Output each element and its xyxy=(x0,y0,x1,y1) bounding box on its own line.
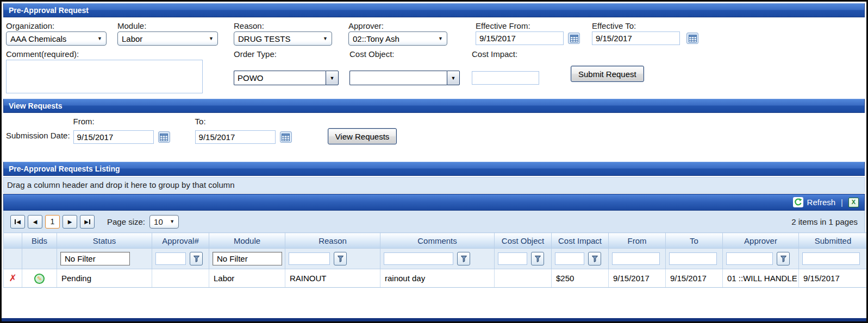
order-type-combobox[interactable]: ▼ xyxy=(234,71,339,85)
column-header-to[interactable]: To xyxy=(666,233,723,249)
column-header-status[interactable]: Status xyxy=(57,233,152,249)
table-filter-row: No Filter No Filter xyxy=(4,249,867,269)
filter-funnel-button[interactable] xyxy=(457,252,470,265)
bids-icon[interactable]: ✎ xyxy=(34,274,45,284)
approver-select[interactable]: 02::Tony Ash ▼ xyxy=(348,31,447,46)
cell-module: Labor xyxy=(209,269,285,288)
cell-status: Pending xyxy=(57,269,152,288)
module-value: Labor xyxy=(122,34,142,43)
delete-icon[interactable]: ✗ xyxy=(9,273,16,283)
cost-object-combobox[interactable]: ▼ xyxy=(349,71,460,85)
calendar-icon[interactable] xyxy=(280,131,292,143)
table-header-row: Bids Status Approval# Module Reason Comm… xyxy=(4,233,867,249)
first-page-icon: ◀ xyxy=(16,219,21,225)
cell-cost-object xyxy=(495,269,552,288)
view-requests-button[interactable]: View Requests xyxy=(328,128,397,144)
column-header-approver[interactable]: Approver xyxy=(723,233,799,249)
prev-page-icon: ◀ xyxy=(33,219,38,225)
module-select[interactable]: Labor ▼ xyxy=(117,31,218,46)
module-no-filter-select[interactable]: No Filter xyxy=(213,252,282,265)
calendar-icon[interactable] xyxy=(158,131,170,143)
submit-request-button[interactable]: Submit Request xyxy=(571,66,644,82)
app-window: Pre-Approval Request Organization: AAA C… xyxy=(0,0,868,323)
prev-page-button[interactable]: ◀ xyxy=(28,215,42,229)
first-page-button[interactable]: ◀ xyxy=(10,215,25,229)
column-header-submitted[interactable]: Submitted xyxy=(799,233,867,249)
page-size-select[interactable]: 10 ▼ xyxy=(149,215,179,229)
first-page-bar xyxy=(15,219,16,224)
filter-cell-submitted xyxy=(799,249,867,269)
cell-approver: 01 ::WILL HANDLE xyxy=(723,269,799,288)
excel-export-icon[interactable]: X xyxy=(848,198,859,207)
cost-impact-filter-input[interactable] xyxy=(555,252,584,265)
view-requests-section-header: View Requests xyxy=(3,99,865,113)
refresh-icon[interactable] xyxy=(793,197,803,207)
order-type-input[interactable] xyxy=(234,71,326,85)
filter-cell-cost-impact xyxy=(552,249,609,269)
preapproval-form-row-2: Comment(required): Order Type: ▼ Cost Ob… xyxy=(2,46,866,93)
organization-select[interactable]: AAA Chemicals ▼ xyxy=(6,31,107,46)
comment-label: Comment(required): xyxy=(6,49,203,60)
effective-to-input[interactable] xyxy=(592,31,680,45)
to-filter-input[interactable] xyxy=(669,252,717,265)
reason-value: DRUG TESTS xyxy=(238,34,290,43)
calendar-icon[interactable] xyxy=(568,33,580,44)
current-page-button[interactable]: 1 xyxy=(45,215,60,229)
column-header-from[interactable]: From xyxy=(609,233,666,249)
page-size-label: Page size: xyxy=(107,217,145,226)
reason-filter-input[interactable] xyxy=(289,252,330,265)
filter-cell-module: No Filter xyxy=(209,249,285,269)
effective-from-input[interactable] xyxy=(476,31,564,45)
submitted-filter-input[interactable] xyxy=(802,252,860,265)
from-label: From: xyxy=(73,116,170,127)
submission-from-input[interactable] xyxy=(73,130,154,144)
filter-cell-bids xyxy=(22,249,57,269)
column-header-approval[interactable]: Approval# xyxy=(152,233,209,249)
view-requests-form-row: Submission Date: From: To: View Requests xyxy=(2,113,866,144)
approver-label: Approver: xyxy=(348,21,447,31)
filter-cell-comments xyxy=(380,249,495,269)
order-type-drop-button[interactable]: ▼ xyxy=(326,71,339,85)
next-page-button[interactable]: ▶ xyxy=(63,215,77,229)
cost-object-filter-input[interactable] xyxy=(498,252,527,265)
cell-approval xyxy=(152,269,209,288)
column-header-bids[interactable]: Bids xyxy=(22,233,57,249)
cost-impact-input[interactable] xyxy=(472,71,539,85)
filter-funnel-button[interactable] xyxy=(777,252,790,265)
approval-filter-input[interactable] xyxy=(155,252,186,265)
cost-object-input[interactable] xyxy=(349,71,447,85)
order-type-label: Order Type: xyxy=(234,49,339,60)
chevron-down-icon: ▼ xyxy=(97,36,102,41)
filter-funnel-button[interactable] xyxy=(588,252,601,265)
cell-cost-impact: $250 xyxy=(552,269,609,288)
refresh-link[interactable]: Refresh xyxy=(807,198,836,207)
group-by-dropzone[interactable]: Drag a column header and drop it here to… xyxy=(3,177,865,193)
chevron-down-icon: ▼ xyxy=(209,36,214,41)
cell-submitted: 9/15/2017 xyxy=(799,269,867,288)
approver-filter-input[interactable] xyxy=(726,252,773,265)
from-filter-input[interactable] xyxy=(612,252,660,265)
filter-funnel-button[interactable] xyxy=(190,252,203,265)
column-header-module[interactable]: Module xyxy=(209,233,285,249)
column-header-cost-object[interactable]: Cost Object xyxy=(495,233,552,249)
column-header-cost-impact[interactable]: Cost Impact xyxy=(552,233,609,249)
column-header-comments[interactable]: Comments xyxy=(380,233,495,249)
listing-section-header: Pre-Approval Requests Listing xyxy=(3,162,865,176)
preapproval-form-row-1: Organization: AAA Chemicals ▼ Module: La… xyxy=(2,17,866,46)
filter-cell-status: No Filter xyxy=(57,249,152,269)
filter-funnel-button[interactable] xyxy=(531,252,544,265)
view-requests-title: View Requests xyxy=(9,102,63,110)
status-no-filter-select[interactable]: No Filter xyxy=(60,252,130,265)
cost-object-drop-button[interactable]: ▼ xyxy=(447,71,460,85)
last-page-button[interactable]: ▶ xyxy=(80,215,95,229)
comment-textarea[interactable] xyxy=(6,60,203,93)
submission-to-input[interactable] xyxy=(195,130,276,144)
column-header-reason[interactable]: Reason xyxy=(285,233,380,249)
comments-filter-input[interactable] xyxy=(384,252,453,265)
organization-value: AAA Chemicals xyxy=(10,34,66,43)
calendar-icon[interactable] xyxy=(686,33,698,44)
filter-funnel-button[interactable] xyxy=(334,252,347,265)
requests-table: Bids Status Approval# Module Reason Comm… xyxy=(3,232,867,288)
reason-select[interactable]: DRUG TESTS ▼ xyxy=(234,31,332,46)
submission-date-label: Submission Date: xyxy=(6,130,70,141)
